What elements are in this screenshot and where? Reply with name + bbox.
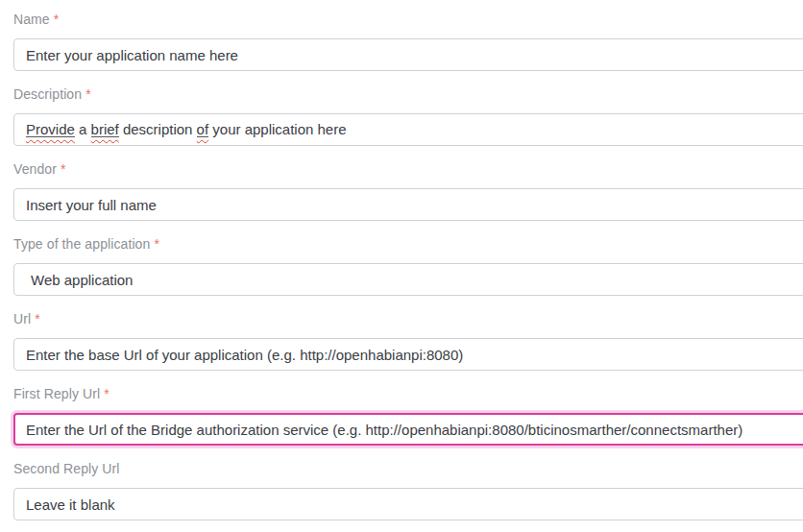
- url-label-text: Url: [13, 311, 31, 326]
- form-group-application-type: Type of the application*: [13, 235, 803, 296]
- url-input[interactable]: [13, 338, 803, 371]
- first-reply-url-input[interactable]: [13, 413, 803, 446]
- url-label: Url*: [13, 310, 803, 328]
- form-group-name: Name*: [13, 11, 803, 71]
- description-input[interactable]: Provide a brief description of your appl…: [13, 113, 803, 146]
- misspelled-word: of: [197, 121, 209, 137]
- required-asterisk: *: [61, 161, 66, 177]
- form-group-description: Description* Provide a brief description…: [13, 85, 803, 146]
- misspelled-word: Provide: [26, 121, 75, 137]
- vendor-label-text: Vendor: [13, 161, 57, 177]
- required-asterisk: *: [85, 86, 91, 102]
- form-group-url: Url*: [13, 310, 803, 371]
- form-group-first-reply-url: First Reply Url*: [13, 385, 803, 446]
- required-asterisk: *: [35, 311, 40, 326]
- description-label-text: Description: [13, 86, 82, 102]
- form-group-vendor: Vendor*: [13, 160, 803, 221]
- description-text: your application here: [208, 121, 346, 137]
- form-group-second-reply-url: Second Reply Url: [13, 460, 803, 520]
- first-reply-url-label: First Reply Url*: [13, 385, 803, 403]
- description-text: description: [119, 121, 197, 137]
- application-form: Name* Description* Provide a brief descr…: [13, 11, 803, 520]
- required-asterisk: *: [104, 386, 110, 401]
- name-input[interactable]: [13, 38, 803, 71]
- application-type-input[interactable]: [13, 263, 803, 296]
- name-label-text: Name: [13, 12, 50, 27]
- misspelled-word: brief: [91, 121, 119, 137]
- description-text: a: [75, 121, 91, 137]
- second-reply-url-label: Second Reply Url: [13, 460, 803, 478]
- second-reply-url-label-text: Second Reply Url: [13, 461, 120, 476]
- name-label: Name*: [13, 11, 803, 29]
- first-reply-url-label-text: First Reply Url: [13, 386, 100, 401]
- vendor-input[interactable]: [13, 188, 803, 221]
- application-type-label: Type of the application*: [13, 235, 803, 254]
- vendor-label: Vendor*: [13, 160, 803, 179]
- required-asterisk: *: [54, 12, 60, 27]
- description-label: Description*: [13, 85, 803, 104]
- required-asterisk: *: [154, 236, 159, 252]
- application-type-label-text: Type of the application: [13, 236, 150, 252]
- second-reply-url-input[interactable]: [13, 488, 803, 520]
